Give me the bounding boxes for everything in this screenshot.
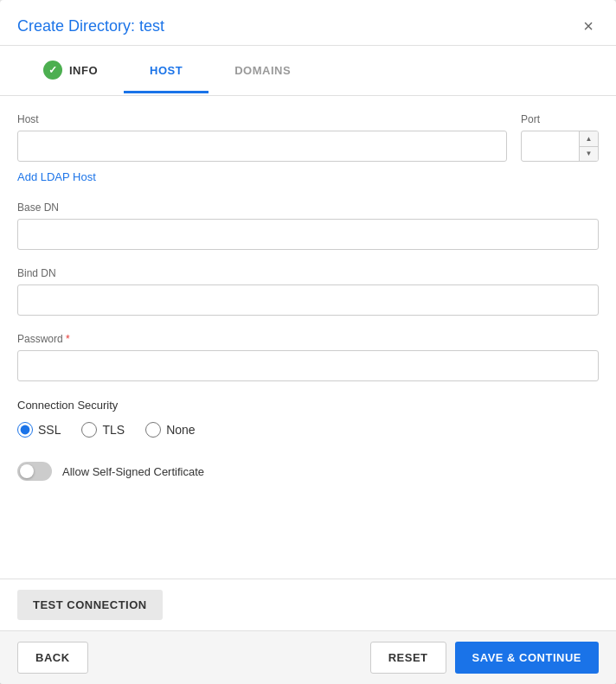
host-port-row: Host Port ▲ ▼ (17, 113, 599, 162)
create-directory-modal: Create Directory: test × ✓ INFO HOST DOM… (0, 0, 616, 684)
base-dn-input[interactable] (17, 219, 599, 250)
bind-dn-group: Bind DN (17, 267, 599, 316)
base-dn-group: Base DN (17, 201, 599, 250)
connection-security-group: Connection Security SSL TLS None (17, 399, 599, 438)
connection-security-label: Connection Security (17, 399, 599, 412)
test-connection-area: TEST CONNECTION (0, 579, 616, 631)
right-buttons: RESET SAVE & CONTINUE (370, 642, 599, 674)
toggle-knob (20, 464, 34, 478)
host-input[interactable] (17, 131, 507, 162)
port-input-wrap: ▲ ▼ (521, 131, 599, 162)
self-signed-toggle[interactable] (17, 462, 52, 481)
port-label: Port (521, 113, 599, 125)
password-label: Password (17, 333, 599, 345)
modal-footer: TEST CONNECTION BACK RESET SAVE & CONTIN… (0, 579, 616, 684)
bind-dn-input[interactable] (17, 284, 599, 316)
modal-title-name: test (139, 17, 164, 35)
security-radio-group: SSL TLS None (17, 422, 599, 438)
host-port-group: Host Port ▲ ▼ Add LDAP Host (17, 113, 599, 184)
tab-bar: ✓ INFO HOST DOMAINS (0, 46, 616, 96)
ssl-radio[interactable] (17, 422, 33, 438)
ssl-option[interactable]: SSL (17, 422, 61, 438)
port-field-container: Port ▲ ▼ (521, 113, 599, 162)
modal-title: Create Directory: test (17, 17, 164, 35)
password-input[interactable] (17, 350, 599, 381)
modal-header: Create Directory: test × (0, 0, 616, 46)
tls-radio[interactable] (81, 422, 97, 438)
tab-info[interactable]: ✓ INFO (17, 47, 124, 96)
check-icon: ✓ (43, 61, 62, 80)
none-option[interactable]: None (145, 422, 195, 438)
tab-domains-label: DOMAINS (234, 64, 291, 77)
add-ldap-link[interactable]: Add LDAP Host (17, 170, 96, 183)
self-signed-toggle-row: Allow Self-Signed Certificate (17, 455, 599, 481)
host-label: Host (17, 113, 507, 125)
tab-domains[interactable]: DOMAINS (209, 50, 317, 93)
password-group: Password (17, 333, 599, 381)
tab-host-label: HOST (150, 64, 183, 77)
bind-dn-label: Bind DN (17, 267, 599, 279)
tab-info-label: INFO (69, 64, 98, 77)
action-buttons: BACK RESET SAVE & CONTINUE (0, 631, 616, 684)
test-connection-button[interactable]: TEST CONNECTION (17, 590, 163, 620)
save-continue-button[interactable]: SAVE & CONTINUE (455, 642, 599, 674)
reset-button[interactable]: RESET (370, 642, 446, 674)
back-button[interactable]: BACK (17, 642, 88, 674)
port-increment-button[interactable]: ▲ (580, 131, 598, 147)
none-label: None (166, 423, 195, 437)
modal-content: Host Port ▲ ▼ Add LDAP Host (0, 96, 616, 579)
ssl-label: SSL (38, 423, 61, 437)
base-dn-label: Base DN (17, 201, 599, 214)
tls-label: TLS (102, 423, 125, 437)
port-decrement-button[interactable]: ▼ (580, 147, 598, 162)
close-button[interactable]: × (578, 16, 599, 36)
host-field-container: Host (17, 113, 507, 162)
self-signed-label: Allow Self-Signed Certificate (62, 465, 204, 478)
tls-option[interactable]: TLS (81, 422, 125, 438)
modal-title-text: Create Directory: (17, 17, 135, 35)
tab-host[interactable]: HOST (124, 50, 209, 93)
port-spinners: ▲ ▼ (579, 131, 598, 161)
none-radio[interactable] (145, 422, 161, 438)
